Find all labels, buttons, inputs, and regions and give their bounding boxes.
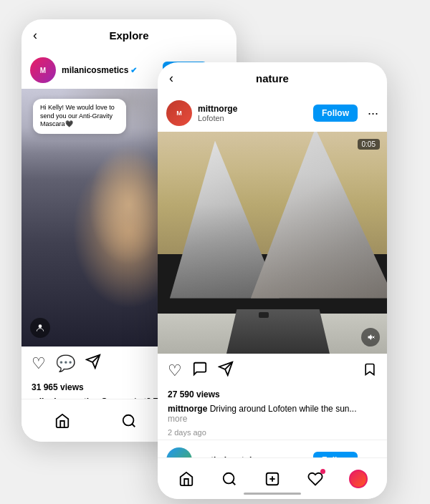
front-avatar-inner: M [166, 100, 192, 126]
svg-point-0 [39, 324, 42, 328]
svg-line-4 [132, 424, 135, 427]
front-nav-add[interactable] [257, 463, 288, 495]
comment-icon[interactable]: 💬 [56, 354, 75, 373]
front-nav-search[interactable] [214, 463, 245, 495]
back-avatar: M [30, 57, 56, 83]
back-username: milanicosmetics ✔ [62, 65, 157, 75]
front-more-link[interactable]: more [168, 414, 187, 424]
front-like-icon[interactable]: ♡ [168, 362, 182, 380]
user-icon-overlay [30, 318, 50, 338]
front-comment-icon[interactable] [192, 361, 208, 381]
front-bottom-nav [158, 457, 387, 499]
front-video-area: 0:05 [158, 132, 387, 354]
share-icon[interactable] [85, 354, 101, 374]
front-user-row: M mittnorge Lofoten Follow ··· [158, 94, 387, 132]
nav-avatar [349, 470, 368, 488]
front-caption-username: mittnorge [168, 404, 207, 414]
back-nav-search[interactable] [113, 405, 145, 437]
mute-button[interactable] [361, 328, 380, 346]
landscape-bg [158, 132, 387, 354]
front-follow-button[interactable]: Follow [313, 105, 358, 122]
back-phone-header: ‹ Explore [22, 19, 236, 52]
front-caption-text: Driving around Lofoten while the sun... [210, 404, 357, 414]
front-username: mittnorge [198, 104, 307, 114]
svg-point-12 [224, 472, 234, 483]
heart-notification-dot [320, 469, 325, 474]
front-share-icon[interactable] [218, 361, 234, 381]
front-avatar: M [166, 100, 192, 126]
message-bubble: Hi Kelly! We would love to send you our … [33, 99, 126, 134]
front-nav-home[interactable] [171, 463, 202, 495]
front-location: Lofoten [198, 114, 307, 122]
back-nav-home[interactable] [47, 405, 78, 437]
front-nav-heart[interactable] [300, 463, 331, 495]
front-back-button[interactable]: ‹ [169, 71, 173, 86]
like-icon[interactable]: ♡ [32, 354, 46, 373]
front-caption: mittnorge Driving around Lofoten while t… [158, 402, 387, 425]
front-user-info: mittnorge Lofoten [198, 104, 307, 122]
front-more-button[interactable]: ··· [368, 106, 378, 121]
bookmark-icon[interactable] [363, 362, 377, 380]
home-indicator [244, 493, 301, 495]
back-button[interactable]: ‹ [33, 28, 37, 43]
scene: ‹ Explore M milanicosmetics ✔ Follow ···… [22, 19, 408, 485]
front-phone: ‹ nature M mittnorge Lofoten Follow ··· [158, 62, 387, 499]
front-time: 2 days ago [158, 425, 387, 440]
verified-badge: ✔ [130, 66, 137, 75]
duration-badge: 0:05 [358, 139, 380, 150]
svg-line-13 [232, 482, 235, 485]
front-phone-header: ‹ nature [158, 62, 387, 94]
front-nav-profile[interactable] [343, 463, 374, 495]
back-phone-title: Explore [109, 29, 148, 42]
car-dot [259, 312, 269, 318]
front-phone-title: nature [256, 72, 289, 84]
front-views: 27 590 views [158, 388, 387, 402]
road-layer [226, 309, 330, 354]
front-actions: ♡ [158, 354, 387, 388]
svg-point-3 [123, 415, 134, 425]
